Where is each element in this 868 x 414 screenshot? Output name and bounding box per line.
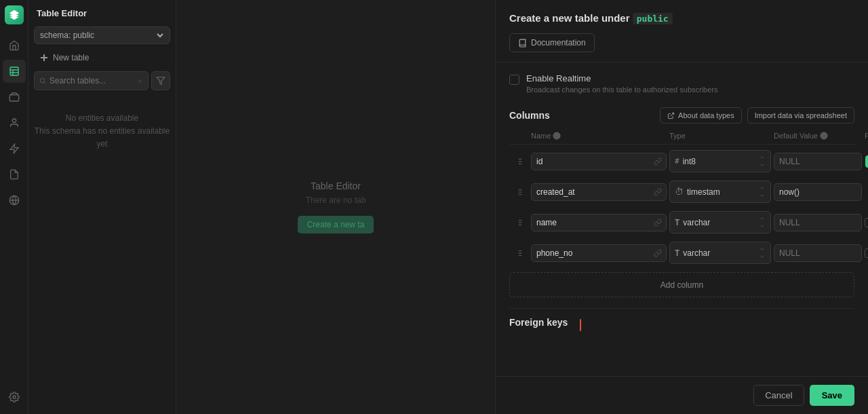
nav-table-icon[interactable] [3, 60, 26, 83]
save-button[interactable]: Save [810, 385, 854, 406]
table-editor-placeholder: Table Editor There are no tab Create a n… [298, 181, 374, 233]
primary-checkmark-id[interactable] [865, 155, 868, 168]
col-header-default: Default Value [774, 132, 862, 140]
create-new-button[interactable]: Create a new ta [298, 216, 374, 233]
col-type-arrows-name [759, 215, 766, 229]
empty-sub: This schema has no entities available ye… [34, 125, 170, 151]
col-header-primary: Primary [865, 132, 868, 140]
column-row-id: # int8 1 [509, 147, 854, 175]
doc-btn-label: Documentation [531, 38, 586, 48]
svg-point-12 [40, 78, 45, 83]
col-name-input-id[interactable] [532, 153, 650, 170]
svg-point-9 [13, 396, 16, 398]
default-info-icon [820, 132, 828, 140]
col-link-icon-created-at [650, 188, 666, 196]
sidebar-icons [0, 0, 28, 414]
col-name-wrap-phone-no [531, 244, 667, 262]
add-column-row[interactable]: Add column [509, 272, 854, 297]
import-spreadsheet-button[interactable]: Import data via spreadsheet [747, 107, 854, 124]
col-type-text-phone-no: varchar [683, 248, 755, 258]
col-type-wrap-phone-no[interactable]: T varchar [669, 242, 771, 264]
nav-edge-icon[interactable] [3, 137, 26, 160]
col-type-icon-id: # [675, 157, 679, 166]
nav-auth-icon[interactable] [3, 111, 26, 134]
col-primary-cell-phone-no: 1 [865, 247, 868, 259]
drag-handle-created-at[interactable] [512, 187, 528, 197]
new-table-label: New table [53, 53, 89, 62]
main-area: Table Editor There are no tab Create a n… [176, 0, 495, 414]
foreign-keys-title: Foreign keys [509, 317, 854, 328]
drag-handle-phone-no[interactable] [512, 248, 528, 258]
col-link-icon-phone-no [650, 249, 666, 257]
col-primary-cell-name: 1 [865, 217, 868, 229]
search-wrap [34, 71, 149, 90]
primary-checkbox-phone-no[interactable] [865, 248, 868, 258]
col-type-text-created-at: timestam [687, 187, 755, 197]
te-title: Table Editor [298, 181, 374, 191]
realtime-label: Enable Realtime [526, 73, 718, 83]
nav-settings-icon[interactable] [3, 385, 26, 409]
realtime-checkbox[interactable] [509, 75, 519, 85]
realtime-desc: Broadcast changes on this table to autho… [526, 86, 718, 94]
col-default-input-created-at[interactable] [774, 184, 862, 200]
foreign-keys-section: Foreign keys [509, 308, 854, 328]
clear-icon[interactable] [137, 77, 143, 85]
primary-checkbox-name[interactable] [865, 218, 868, 227]
drag-handle-id[interactable] [512, 157, 528, 166]
col-type-wrap-name[interactable]: T varchar [669, 211, 771, 233]
col-link-icon-name [650, 219, 666, 227]
col-name-input-created-at[interactable] [532, 184, 650, 200]
col-primary-cell-id: 1 [865, 155, 868, 168]
nav-realtime-icon[interactable] [3, 189, 26, 212]
filter-button[interactable] [151, 71, 170, 90]
create-title-text: Create a new table under [509, 12, 630, 24]
col-default-input-id[interactable] [774, 153, 862, 170]
panel-title: Table Editor [34, 5, 170, 26]
empty-state: No entities available This schema has no… [34, 98, 170, 165]
name-info-icon [553, 132, 561, 140]
svg-rect-0 [10, 67, 18, 75]
col-default-input-phone-no[interactable] [774, 245, 862, 261]
column-row-phone-no: T varchar 1 [509, 239, 854, 267]
col-type-wrap-id[interactable]: # int8 [669, 150, 771, 172]
col-type-icon-name: T [675, 218, 679, 227]
schema-selector[interactable]: schema: public [34, 26, 170, 44]
add-column-button[interactable]: Add column [660, 280, 703, 290]
col-primary-cell-created-at [865, 187, 868, 197]
columns-title: Columns [509, 110, 550, 121]
col-type-text-name: varchar [683, 218, 755, 227]
col-type-wrap-created-at[interactable]: ⏱ timestam [669, 181, 771, 203]
col-name-input-name[interactable] [532, 214, 650, 231]
drag-handle-name[interactable] [512, 218, 528, 227]
col-type-icon-phone-no: T [675, 248, 679, 258]
nav-storage-icon[interactable] [3, 86, 26, 109]
new-table-button[interactable]: New table [34, 50, 170, 66]
documentation-button[interactable]: Documentation [509, 33, 595, 52]
app-logo [5, 5, 24, 24]
col-header-name: Name [531, 132, 667, 140]
schema-label: schema: public [40, 31, 94, 40]
columns-header: Columns About data types Import data via… [509, 107, 854, 124]
col-header-type: Type [669, 132, 771, 140]
about-btn-label: About data types [678, 111, 734, 119]
col-default-wrap-name [774, 214, 862, 231]
nav-home-icon[interactable] [3, 34, 26, 57]
svg-marker-6 [10, 144, 18, 153]
nav-docs-icon[interactable] [3, 163, 26, 186]
search-input[interactable] [50, 76, 134, 86]
col-default-wrap-created-at [774, 183, 862, 201]
create-title: Create a new table under public [509, 12, 854, 24]
col-name-input-phone-no[interactable] [532, 245, 650, 261]
right-panel-body: Enable Realtime Broadcast changes on thi… [496, 62, 868, 376]
columns-actions: About data types Import data via spreads… [660, 107, 854, 124]
text-cursor [580, 319, 581, 331]
schema-code: public [633, 13, 673, 24]
col-default-input-name[interactable] [774, 214, 862, 231]
col-default-wrap-id [774, 153, 862, 170]
about-data-types-button[interactable]: About data types [660, 107, 742, 124]
svg-line-13 [44, 82, 45, 83]
cancel-button[interactable]: Cancel [753, 385, 804, 406]
col-name-wrap-created-at [531, 183, 667, 201]
filter-icon [156, 76, 165, 86]
column-row-name: T varchar 1 [509, 208, 854, 236]
